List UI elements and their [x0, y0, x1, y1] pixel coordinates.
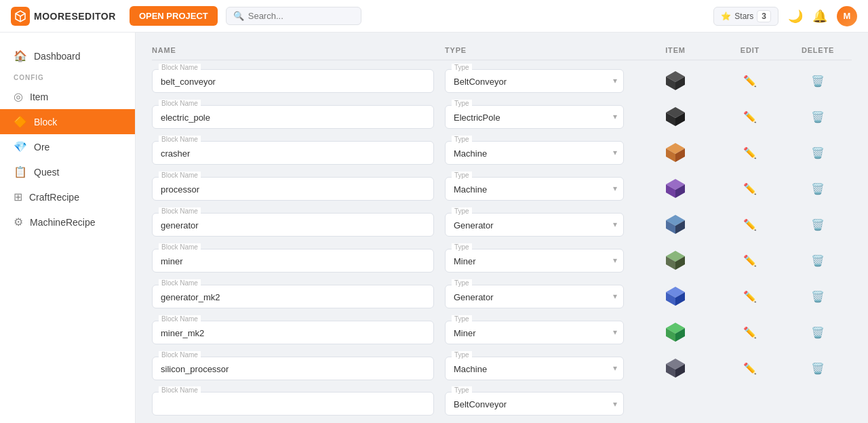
col-header-type: TYPE — [445, 46, 635, 54]
delete-button[interactable]: 🗑️ — [806, 216, 830, 234]
sidebar-item-item[interactable]: ◎ Item — [0, 84, 135, 109]
logo-icon — [11, 7, 30, 26]
block-name-field: Block Name — [152, 285, 434, 308]
edit-button[interactable]: ✏️ — [738, 287, 762, 306]
type-select-wrap: Type BeltConveyorElectricPoleMachineGene… — [445, 249, 624, 273]
edit-cell: ✏️ — [716, 108, 784, 126]
table-row: Block Name Type BeltConveyorElectricPole… — [152, 63, 852, 99]
col-header-item: ITEM — [635, 46, 716, 54]
sidebar: 🏠 Dashboard CONFIG ◎ Item 🔶 Block 💎 Ore … — [0, 33, 136, 423]
sidebar-item-quest[interactable]: 📋 Quest — [0, 159, 135, 184]
block-name-input[interactable] — [152, 213, 434, 237]
search-input[interactable] — [248, 11, 354, 21]
sidebar-item-label: CraftRecipe — [29, 192, 79, 203]
type-select[interactable]: BeltConveyorElectricPoleMachineGenerator… — [445, 213, 624, 237]
type-select[interactable]: BeltConveyorElectricPoleMachineGenerator… — [445, 69, 624, 93]
block-name-field: Block Name — [152, 213, 434, 237]
edit-cell: ✏️ — [716, 180, 784, 198]
sidebar-item-label: Dashboard — [34, 51, 81, 62]
delete-cell: 🗑️ — [784, 323, 852, 342]
type-select[interactable]: BeltConveyorElectricPoleMachineGenerator… — [445, 249, 624, 273]
sidebar-item-dashboard[interactable]: 🏠 Dashboard — [0, 43, 135, 68]
sidebar-item-machinerecipe[interactable]: ⚙ MachineRecipe — [0, 209, 135, 235]
config-section-label: CONFIG — [0, 68, 135, 84]
type-select[interactable]: BeltConveyorElectricPoleMachineGenerator… — [445, 177, 624, 201]
type-select[interactable]: BeltConveyorElectricPoleMachineGenerator… — [445, 285, 624, 308]
type-select-wrap: Type BeltConveyorElectricPoleMachineGene… — [445, 285, 624, 308]
col-header-delete: DELETE — [784, 46, 852, 54]
main-content: NAME TYPE ITEM EDIT DELETE Block Name Ty… — [136, 33, 868, 423]
sidebar-item-label: Quest — [34, 167, 59, 178]
edit-cell: ✏️ — [716, 216, 784, 234]
edit-button[interactable]: ✏️ — [738, 72, 762, 90]
table-header: NAME TYPE ITEM EDIT DELETE — [152, 46, 852, 60]
block-name-field: Block Name — [152, 177, 434, 201]
delete-button[interactable]: 🗑️ — [806, 359, 830, 378]
type-select[interactable]: BeltConveyorElectricPoleMachineGenerator… — [445, 392, 624, 416]
sidebar-item-craftrecipe[interactable]: ⊞ CraftRecipe — [0, 184, 135, 209]
block-name-input[interactable] — [152, 321, 434, 344]
block-item-icon — [663, 176, 688, 201]
item-cell — [635, 356, 716, 380]
block-name-input[interactable] — [152, 69, 434, 93]
block-item-icon — [663, 140, 688, 165]
type-select[interactable]: BeltConveyorElectricPoleMachineGenerator… — [445, 357, 624, 380]
edit-button[interactable]: ✏️ — [738, 251, 762, 270]
item-cell — [635, 248, 716, 273]
type-select[interactable]: BeltConveyorElectricPoleMachineGenerator… — [445, 141, 624, 165]
block-item-icon — [663, 104, 688, 129]
edit-cell: ✏️ — [716, 287, 784, 306]
type-label: Type — [452, 172, 472, 179]
edit-cell: ✏️ — [716, 359, 784, 378]
table-row: Block Name Type BeltConveyorElectricPole… — [152, 243, 852, 279]
block-name-input[interactable] — [152, 177, 434, 201]
delete-button[interactable]: 🗑️ — [806, 180, 830, 198]
type-label: Type — [452, 100, 472, 107]
edit-button[interactable]: ✏️ — [738, 180, 762, 198]
sidebar-item-block[interactable]: 🔶 Block — [0, 109, 135, 134]
type-label: Type — [452, 243, 472, 251]
delete-button[interactable]: 🗑️ — [806, 144, 830, 162]
open-project-button[interactable]: OPEN PROJECT — [130, 6, 218, 26]
block-name-input[interactable] — [152, 357, 434, 380]
block-name-input[interactable] — [152, 141, 434, 165]
stars-label: Stars — [734, 12, 753, 21]
delete-button[interactable]: 🗑️ — [806, 323, 830, 342]
type-select-wrap: Type BeltConveyorElectricPoleMachineGene… — [445, 177, 624, 201]
nav-right: ⭐ Stars 3 🌙 🔔 M — [713, 6, 857, 26]
block-name-field: Block Name — [152, 357, 434, 380]
notification-icon[interactable]: 🔔 — [812, 9, 827, 24]
block-name-label: Block Name — [159, 100, 201, 107]
table-row: Block Name Type BeltConveyorElectricPole… — [152, 279, 852, 315]
delete-button[interactable]: 🗑️ — [806, 287, 830, 306]
delete-button[interactable]: 🗑️ — [806, 108, 830, 126]
edit-button[interactable]: ✏️ — [738, 108, 762, 126]
col-header-edit: EDIT — [716, 46, 784, 54]
table-row: Block Name Type BeltConveyorElectricPole… — [152, 386, 852, 422]
edit-button[interactable]: ✏️ — [738, 359, 762, 378]
block-item-icon — [663, 284, 688, 308]
edit-button[interactable]: ✏️ — [738, 216, 762, 234]
avatar[interactable]: M — [837, 6, 857, 26]
block-name-input[interactable] — [152, 392, 434, 416]
type-select[interactable]: BeltConveyorElectricPoleMachineGenerator… — [445, 321, 624, 344]
delete-cell: 🗑️ — [784, 359, 852, 378]
sidebar-item-label: MachineRecipe — [30, 217, 96, 228]
type-select-wrap: Type BeltConveyorElectricPoleMachineGene… — [445, 213, 624, 237]
block-name-input[interactable] — [152, 249, 434, 273]
sidebar-item-ore[interactable]: 💎 Ore — [0, 134, 135, 159]
delete-button[interactable]: 🗑️ — [806, 251, 830, 270]
block-name-input[interactable] — [152, 285, 434, 308]
github-stars[interactable]: ⭐ Stars 3 — [713, 7, 778, 26]
logo-area: MOORESEDITOR — [11, 7, 116, 26]
app-name: MOORESEDITOR — [34, 11, 116, 22]
theme-toggle-icon[interactable]: 🌙 — [788, 9, 803, 24]
edit-button[interactable]: ✏️ — [738, 144, 762, 162]
block-name-input[interactable] — [152, 105, 434, 129]
delete-button[interactable]: 🗑️ — [806, 72, 830, 90]
search-box: 🔍 — [226, 7, 361, 25]
block-name-field: Block Name — [152, 249, 434, 273]
delete-cell: 🗑️ — [784, 108, 852, 126]
edit-button[interactable]: ✏️ — [738, 323, 762, 342]
type-select[interactable]: BeltConveyorElectricPoleMachineGenerator… — [445, 105, 624, 129]
